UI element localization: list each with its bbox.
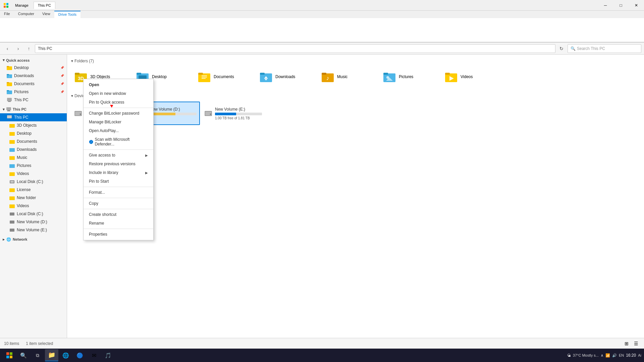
ctx-restore-versions[interactable]: Restore previous versions (84, 160, 153, 168)
svg-rect-27 (10, 181, 14, 183)
content-area: ▾ Folders (7) 3D 3D Objects (67, 55, 644, 352)
ctx-format[interactable]: Format... (84, 188, 153, 197)
drive-item-e[interactable]: New Volume (E:) 1.00 TB free of 1.81 TB (201, 102, 265, 125)
close-button[interactable]: ✕ (629, 0, 644, 11)
sidebar-item-pictures-sidebar[interactable]: Pictures (0, 162, 67, 170)
ribbon-tab-file[interactable]: File (0, 11, 14, 18)
sidebar-item-documents-sidebar[interactable]: Documents (0, 137, 67, 145)
svg-rect-61 (75, 112, 82, 116)
task-view-button[interactable]: ⧉ (31, 349, 44, 361)
maximize-button[interactable]: □ (613, 0, 629, 11)
ctx-give-access[interactable]: Give access to ▶ (84, 151, 153, 160)
ribbon-tab-manage[interactable]: Manage (11, 2, 33, 9)
sidebar-item-desktop-qa[interactable]: Desktop 📌 (0, 64, 67, 72)
media-taskbar-button[interactable]: 🎵 (101, 349, 115, 361)
ctx-copy[interactable]: Copy (84, 199, 153, 208)
svg-rect-14 (8, 101, 11, 102)
up-button[interactable]: ↑ (24, 44, 34, 53)
thispc-icon-qa (7, 97, 12, 103)
drive-icon-e (204, 107, 212, 119)
edge-taskbar-button[interactable]: 🌐 (59, 349, 72, 361)
ctx-scan-defender[interactable]: ✓ Scan with Microsoft Defender... (84, 135, 153, 148)
svg-rect-1 (6, 3, 8, 5)
ctx-change-bitlocker[interactable]: Change BitLocker password (84, 109, 153, 118)
sidebar-item-localdisk2-sidebar[interactable]: Local Disk (C:) (0, 210, 67, 218)
ribbon-tab-thispc[interactable]: This PC (34, 2, 55, 9)
details-view-button[interactable]: ☰ (632, 340, 640, 348)
chrome-taskbar-icon: 🔵 (76, 352, 83, 359)
ribbon-tab-drivetools[interactable]: Drive Tools (54, 11, 80, 18)
sidebar-item-downloads-sidebar[interactable]: Downloads (0, 145, 67, 154)
address-path[interactable]: This PC (35, 44, 555, 53)
taskbar-tray-up[interactable]: ∧ (601, 353, 603, 358)
collapse-icon-drives: ▾ (71, 94, 73, 98)
ctx-change-bitlocker-label: Change BitLocker password (89, 111, 139, 116)
address-breadcrumb-thispc[interactable]: This PC (38, 46, 52, 51)
mail-taskbar-button[interactable]: ✉ (87, 349, 101, 361)
folder-item-pictures[interactable]: Pictures (380, 67, 440, 87)
ribbon-tab-view[interactable]: View (38, 11, 54, 18)
ctx-manage-bitlocker-label: Manage BitLocker (89, 120, 121, 124)
sidebar-item-newvolume-e-sidebar[interactable]: New Volume (E:) (0, 226, 67, 234)
refresh-button[interactable]: ↻ (557, 44, 566, 53)
svg-rect-17 (7, 111, 10, 111)
ctx-open-autoplay[interactable]: Open AutoPlay... (84, 126, 153, 135)
search-box[interactable]: 🔍 Search This PC (568, 44, 641, 53)
sidebar-header-quickaccess[interactable]: ▾ Quick access (0, 57, 67, 64)
folder-item-music[interactable]: ♪ Music (318, 67, 378, 87)
sidebar-label-music-sidebar: Music (17, 155, 27, 160)
ctx-rename[interactable]: Rename (84, 219, 153, 228)
start-button[interactable] (3, 349, 16, 361)
svg-rect-21 (9, 140, 15, 144)
sidebar-label-thispc-qa: This PC (14, 98, 29, 102)
ctx-create-shortcut[interactable]: Create shortcut (84, 210, 153, 219)
sidebar: ▾ Quick access Desktop 📌 ↓ Downloads 📌 (0, 55, 67, 352)
file-explorer-taskbar-button[interactable]: 📁 (45, 349, 58, 361)
back-button[interactable]: ‹ (3, 44, 12, 53)
sidebar-item-documents-qa[interactable]: Documents 📌 (0, 80, 67, 88)
svg-rect-35 (75, 73, 79, 75)
drive-icon-e-sidebar (9, 227, 15, 233)
ctx-open[interactable]: Open (84, 80, 153, 89)
sidebar-item-pictures-qa[interactable]: Pictures 📌 (0, 88, 67, 96)
sidebar-item-desktop-sidebar[interactable]: Desktop (0, 129, 67, 137)
ribbon-tab-computer[interactable]: Computer (14, 11, 38, 18)
svg-text:♪: ♪ (326, 75, 329, 81)
ctx-pin-quick-access[interactable]: Pin to Quick access (84, 98, 153, 107)
sidebar-item-3dobjects[interactable]: 3D Objects (0, 121, 67, 129)
folder-name-desktop: Desktop (152, 74, 167, 79)
drives-section-header: ▾ Devices and drives (3) (71, 94, 640, 98)
sidebar-item-thispc-qa[interactable]: This PC (0, 96, 67, 104)
sidebar-item-license[interactable]: License (0, 186, 67, 194)
search-taskbar-button[interactable]: 🔍 (17, 349, 30, 361)
chrome-taskbar-button[interactable]: 🔵 (73, 349, 87, 361)
minimize-button[interactable]: ─ (598, 0, 613, 11)
sidebar-header-thispc[interactable]: ▾ This PC (0, 105, 67, 113)
sidebar-item-videos2-sidebar[interactable]: Videos (0, 202, 67, 210)
sidebar-item-downloads-qa[interactable]: ↓ Downloads 📌 (0, 72, 67, 80)
svg-rect-58 (445, 73, 450, 75)
large-icons-view-button[interactable]: ⊞ (623, 340, 631, 348)
ctx-include-library[interactable]: Include in library ▶ (84, 168, 153, 177)
sidebar-item-newvolume-d-sidebar[interactable]: New Volume (D:) (0, 218, 67, 226)
ctx-scan-defender-label: ✓ Scan with Microsoft Defender... (89, 137, 148, 146)
sidebar-item-localdisk-sidebar[interactable]: Local Disk (C:) (0, 178, 67, 186)
sidebar-label-desktop-sidebar: Desktop (17, 131, 32, 136)
ctx-manage-bitlocker[interactable]: Manage BitLocker (84, 118, 153, 126)
search-icon: 🔍 (571, 46, 576, 51)
folder-item-documents[interactable]: Documents (195, 67, 255, 87)
ctx-properties[interactable]: Properties (84, 230, 153, 239)
ctx-pin-start[interactable]: Pin to Start (84, 177, 153, 186)
forward-button[interactable]: › (13, 44, 23, 53)
sidebar-item-music-sidebar[interactable]: Music (0, 154, 67, 162)
sidebar-header-network[interactable]: ▸ 🌐 Network (0, 235, 67, 243)
sidebar-item-newfolder[interactable]: New folder (0, 194, 67, 202)
drive-icon-c (74, 107, 82, 119)
folder-item-videos[interactable]: Videos (441, 67, 502, 87)
ctx-open-new-window[interactable]: Open in new window (84, 89, 153, 98)
sidebar-item-videos-sidebar[interactable]: Videos (0, 170, 67, 178)
drive-info-e: New Volume (E:) 1.00 TB free of 1.81 TB (215, 107, 262, 120)
folder-item-downloads[interactable]: Downloads (256, 67, 317, 87)
sidebar-section-thispc: ▾ This PC This PC 3D Objects (0, 105, 67, 235)
sidebar-item-thispc-selected[interactable]: This PC (0, 113, 67, 121)
